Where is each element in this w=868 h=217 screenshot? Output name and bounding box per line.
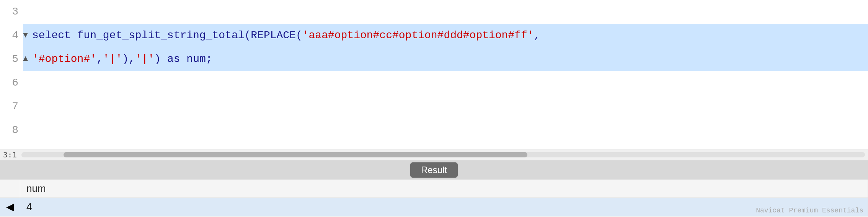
code-line-4-text: select fun_get_split_string_total(REPLAC… — [32, 24, 540, 47]
table-col-num: num — [20, 180, 868, 198]
table-header-row: num — [0, 180, 868, 198]
row-marker-header — [0, 180, 20, 198]
table-row: ◀ 4 — [0, 198, 868, 216]
result-table: num ◀ 4 — [0, 180, 868, 216]
line-number-7: 7 — [0, 95, 18, 118]
line-number-5: 5 — [0, 47, 18, 71]
code-line-5: ▲ '#option#','|'),'|') as num; — [23, 47, 868, 71]
code-line-7 — [23, 95, 868, 118]
position-indicator: 3:1 — [3, 150, 17, 159]
line-number-8: 8 — [0, 118, 18, 142]
code-line-5-text: '#option#','|'),'|') as num; — [32, 47, 212, 71]
bottom-area: num ◀ 4 Navicat Premium Essentials — [0, 180, 868, 216]
fold-marker-4[interactable]: ▼ — [23, 24, 31, 47]
watermark: Navicat Premium Essentials — [756, 207, 863, 214]
result-tab-bar: Result — [0, 160, 868, 180]
scrollbar-area: 3:1 — [0, 149, 868, 160]
line-number-3: 3 — [0, 0, 18, 24]
fold-marker-5[interactable]: ▲ — [23, 47, 31, 71]
row-marker-cell: ◀ — [0, 198, 20, 216]
scrollbar-thumb[interactable] — [64, 152, 527, 157]
horizontal-scrollbar[interactable] — [21, 152, 865, 157]
code-line-4: ▼ select fun_get_split_string_total(REPL… — [23, 24, 868, 47]
result-tab[interactable]: Result — [410, 162, 458, 178]
code-line-3 — [23, 0, 868, 24]
line-number-4: 4 — [0, 24, 18, 47]
line-number-6: 6 — [0, 71, 18, 95]
code-line-6 — [23, 71, 868, 95]
code-lines[interactable]: ▼ select fun_get_split_string_total(REPL… — [23, 0, 868, 149]
table-cell-num: 4 — [20, 198, 868, 216]
editor-area: 3 4 5 6 7 8 ▼ select fun_get_split_strin… — [0, 0, 868, 149]
code-line-8 — [23, 118, 868, 142]
line-numbers: 3 4 5 6 7 8 — [0, 0, 23, 149]
